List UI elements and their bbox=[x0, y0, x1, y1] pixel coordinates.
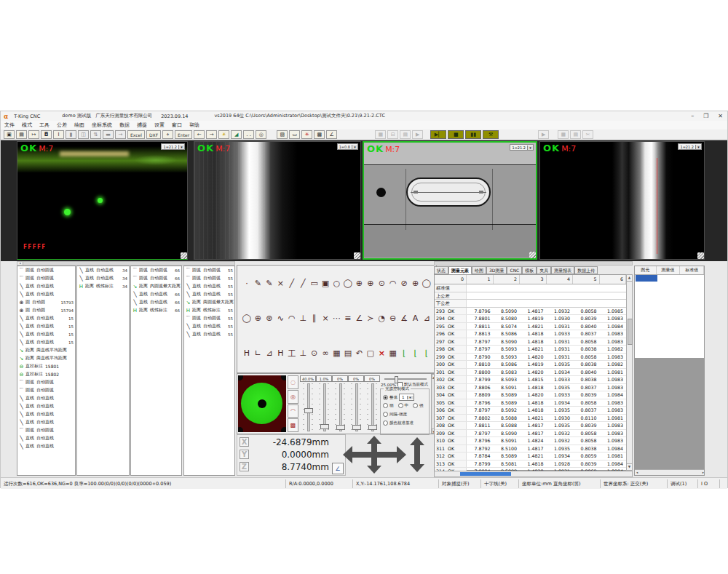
table-row[interactable]: 312OK7.87848.50891.48211.09340.80591.098… bbox=[435, 453, 632, 461]
table-row[interactable]: 300OK7.88108.50861.48191.09350.80381.098… bbox=[435, 361, 632, 369]
ring-light-preview[interactable] bbox=[238, 375, 286, 432]
table-row[interactable]: 306OK7.87978.50921.48181.09350.80371.098… bbox=[435, 407, 632, 415]
palette-tool-icon[interactable]: ⌊ bbox=[422, 348, 432, 359]
resize-grip-icon[interactable] bbox=[354, 252, 360, 259]
feature-row[interactable]: ⌒圆弧自动圆弧 bbox=[17, 274, 75, 282]
palette-tool-icon[interactable]: ∥ bbox=[309, 314, 320, 323]
jog-z-bar[interactable] bbox=[414, 445, 420, 465]
table-row[interactable]: 313OK7.87998.50811.48181.09280.80391.098… bbox=[435, 461, 632, 469]
feature-row[interactable]: ╲直线自动直线66 bbox=[131, 290, 181, 298]
slider-thumb[interactable] bbox=[320, 424, 329, 429]
feature-row[interactable]: ⌒圆弧自动圆弧66 bbox=[131, 266, 181, 274]
palette-tool-icon[interactable]: ⊛ bbox=[264, 314, 274, 323]
feature-row[interactable]: ╲直线自动直线55 bbox=[184, 330, 234, 338]
feature-row[interactable]: ╲直线自动直线55 bbox=[184, 322, 234, 330]
palette-tool-icon[interactable]: ≻ bbox=[365, 314, 376, 323]
jog-down-icon[interactable] bbox=[367, 466, 381, 474]
table-row[interactable]: 311OK7.87928.51001.48171.09350.80381.098… bbox=[435, 445, 632, 453]
tab-测量报表[interactable]: 测量报表 bbox=[551, 266, 574, 274]
cut-button[interactable]: ✂ bbox=[582, 130, 593, 139]
feature-row[interactable]: ⌒圆弧自动圆弧66 bbox=[131, 274, 181, 282]
mode-color-radio[interactable] bbox=[383, 420, 388, 426]
palette-tool-icon[interactable]: ⌊ bbox=[399, 348, 409, 359]
tab-3D测量[interactable]: 3D测量 bbox=[486, 266, 507, 274]
tab-CNC[interactable]: CNC bbox=[507, 266, 522, 274]
palette-tool-icon[interactable]: ⋯ bbox=[332, 314, 342, 323]
palette-tool-icon[interactable]: 工 bbox=[287, 348, 297, 359]
camera-view-4[interactable]: OKM:7 1=21.2▾ bbox=[539, 141, 705, 260]
light-button[interactable]: ☀ bbox=[218, 130, 229, 139]
jog-vertical-bar[interactable] bbox=[371, 443, 377, 466]
table-row[interactable]: 296OK7.88138.50861.48181.09330.80371.098… bbox=[435, 330, 632, 338]
palette-tool-icon[interactable]: ╱ bbox=[298, 279, 308, 288]
feature-row[interactable]: ╲直线自动直线 bbox=[17, 434, 75, 442]
feature-row[interactable]: ⊕圆自动圆15794 bbox=[17, 306, 75, 314]
slider-thumb[interactable] bbox=[352, 425, 361, 430]
excel-export-button[interactable]: Excel bbox=[127, 130, 145, 139]
table-row[interactable]: 297OK7.87978.50901.48181.09310.80581.098… bbox=[435, 338, 632, 346]
palette-tool-icon[interactable]: ⊕ bbox=[365, 279, 376, 288]
table-row[interactable]: 298OK7.87978.50931.48211.09310.80381.098… bbox=[435, 346, 632, 354]
qr-code-button[interactable]: ▩ bbox=[314, 130, 325, 139]
copy-button[interactable]: ▤ bbox=[400, 130, 411, 139]
menu-item[interactable]: 绘图 bbox=[71, 121, 88, 129]
palette-tool-icon[interactable]: ◠ bbox=[287, 314, 297, 323]
palette-tool-icon[interactable]: ≡ bbox=[343, 314, 353, 323]
stage-move-button[interactable]: ↦ bbox=[28, 130, 39, 139]
element-column-header[interactable]: 测量值 bbox=[657, 266, 681, 274]
feature-row[interactable]: ⌒圆弧自动圆弧 bbox=[17, 426, 75, 434]
burst-button[interactable]: ✳ bbox=[301, 130, 312, 139]
column-header[interactable]: 6 bbox=[600, 275, 627, 284]
palette-tool-icon[interactable]: ↶ bbox=[354, 348, 364, 359]
palette-tool-icon[interactable]: H bbox=[242, 348, 252, 359]
feature-row[interactable]: ⌒圆弧自动圆弧55 bbox=[184, 266, 234, 274]
maximize-button[interactable]: ❐ bbox=[703, 113, 708, 119]
mode-strength-radio[interactable] bbox=[383, 403, 388, 408]
palette-tool-icon[interactable]: ⊥ bbox=[298, 348, 308, 359]
mode-strength-radio[interactable] bbox=[413, 403, 418, 408]
feature-row[interactable]: ╲直线自动直线66 bbox=[131, 298, 181, 306]
feature-row[interactable]: ╲直线自动直线 bbox=[17, 410, 75, 418]
edge-tool-button[interactable]: I bbox=[53, 130, 64, 139]
print-button[interactable]: ⊟ bbox=[387, 130, 398, 139]
feature-row[interactable]: ╲直线自动直线 bbox=[17, 282, 75, 290]
menu-item[interactable]: 公差 bbox=[53, 121, 71, 129]
scrollbar-thumb[interactable] bbox=[460, 472, 511, 476]
palette-tool-icon[interactable]: ▢ bbox=[365, 348, 376, 359]
feature-row[interactable]: ╲直线自动直线 bbox=[17, 402, 75, 410]
joystick-button[interactable]: ⌖ bbox=[162, 130, 173, 139]
light-channel-button[interactable]: ▩ bbox=[288, 418, 298, 432]
resize-grip-icon[interactable] bbox=[181, 252, 187, 259]
tool-c-button[interactable]: ⇅ bbox=[90, 130, 101, 139]
table-row[interactable]: 299OK7.87908.50931.48201.09310.80581.098… bbox=[435, 354, 632, 362]
pause-button[interactable]: ▮▮ bbox=[465, 130, 481, 139]
feature-row[interactable]: ╲直线自动直线15 bbox=[17, 314, 75, 322]
chevron-down-icon[interactable]: ▾ bbox=[352, 145, 357, 149]
column-header[interactable]: 1 bbox=[467, 275, 494, 284]
tab-状态[interactable]: 状态 bbox=[434, 266, 448, 274]
palette-tool-icon[interactable]: ╱ bbox=[287, 279, 297, 288]
menu-item[interactable]: 文件 bbox=[1, 121, 18, 129]
slider-track[interactable] bbox=[301, 383, 314, 430]
column-header[interactable]: 0 bbox=[435, 275, 467, 284]
probe-button[interactable]: ◘ bbox=[41, 130, 52, 139]
palette-tool-icon[interactable]: · bbox=[242, 279, 252, 288]
goto-position-button[interactable]: ∠ bbox=[332, 463, 344, 474]
scrollbar-thumb[interactable] bbox=[628, 319, 633, 345]
palette-tool-icon[interactable]: ∟ bbox=[253, 348, 263, 359]
palette-tool-icon[interactable]: ⊕ bbox=[354, 279, 364, 288]
camera2-magnification-select[interactable]: 1=0.8▾ bbox=[337, 143, 358, 150]
palette-tool-icon[interactable]: ✎ bbox=[253, 279, 263, 288]
menu-item[interactable]: 捕捉 bbox=[133, 121, 151, 129]
table-fixed-row[interactable]: 标准值 bbox=[435, 284, 632, 292]
slider-track[interactable] bbox=[365, 383, 379, 430]
feature-row[interactable]: ╲直线自动直线55 bbox=[184, 290, 234, 298]
feature-row[interactable]: H距离线性标注66 bbox=[131, 306, 181, 314]
feature-row[interactable]: ╲直线自动直线15 bbox=[17, 330, 75, 338]
feature-row[interactable]: ╲直线自动直线34 bbox=[77, 274, 129, 282]
mode-overall-radio[interactable] bbox=[383, 395, 388, 400]
feature-row[interactable]: ⌒圆弧自动圆弧55 bbox=[184, 314, 234, 322]
feature-row[interactable]: ╲直线自动直线15 bbox=[17, 322, 75, 330]
camera1-magnification-select[interactable]: 1=21.2▾ bbox=[161, 143, 185, 150]
light-channel-button[interactable]: ◠ bbox=[288, 404, 298, 418]
